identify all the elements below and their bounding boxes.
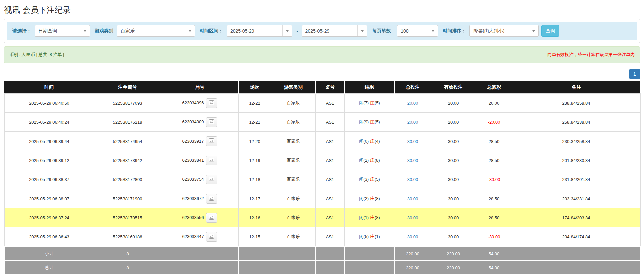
cell-session: 12-16 — [238, 208, 271, 227]
cell-valid-bet: 20.00 — [431, 94, 476, 113]
cell-payout: -20.00 — [476, 113, 512, 132]
cell-result: 闲(7) 庄(5) — [344, 94, 395, 113]
result-banker-score: (1) — [375, 234, 380, 239]
cell-valid-bet: 30.00 — [431, 189, 476, 208]
table-footer: 小计8220.00220.0054.00总计8220.00220.0054.00 — [4, 246, 640, 275]
search-button[interactable]: 查询 — [541, 25, 559, 37]
cell-total-bet: 20.00 — [395, 94, 431, 113]
payout-value: 28.50 — [489, 158, 500, 163]
total-bet-link[interactable]: 30.00 — [407, 215, 418, 220]
round-no-text: 623033917 — [182, 138, 204, 143]
cell-round-no: 623033754 — [161, 170, 238, 189]
payout-value: 28.50 — [489, 215, 500, 220]
result-banker-score: (5) — [375, 119, 380, 124]
chevron-down-icon — [80, 25, 90, 36]
table-row: 2025-05-29 06:40:24522538176218623034009… — [4, 113, 640, 132]
cell-time: 2025-05-29 06:38:07 — [4, 189, 94, 208]
sort-order-select[interactable]: 降幂(由大到小) — [469, 25, 539, 37]
result-banker-score: (4) — [375, 138, 380, 144]
cell-round-no: 623034009 — [161, 113, 238, 132]
cell-session: 12-19 — [238, 151, 271, 170]
photo-icon — [209, 215, 214, 221]
result-player: 闲 — [359, 177, 363, 182]
cell-time: 2025-05-29 06:37:24 — [4, 208, 94, 227]
cell-result: 闲(2) 庄(8) — [344, 189, 395, 208]
tilde-separator: ~ — [296, 29, 298, 34]
video-replay-button[interactable] — [206, 232, 217, 242]
chevron-down-icon — [357, 25, 367, 36]
date-to-value: 2025-05-29 — [302, 28, 333, 34]
cell-note: 203.34/231.84 — [512, 189, 640, 208]
cell-note: 231.84/201.84 — [512, 170, 640, 189]
result-banker: 庄 — [370, 158, 375, 163]
cell-bet-no: 522538174954 — [94, 132, 161, 151]
total-bet-link[interactable]: 30.00 — [407, 177, 418, 182]
result-player: 闲 — [359, 215, 363, 220]
table-row: 2025-05-29 06:39:44522538174954623033917… — [4, 132, 640, 151]
page-1-button[interactable]: 1 — [629, 69, 640, 79]
cell-bet-no: 522538171900 — [94, 189, 161, 208]
payout-value: 28.50 — [489, 196, 500, 201]
header-payout: 总派彩 — [476, 81, 512, 94]
pagination-top: 1 — [4, 69, 640, 78]
cell-result: 闲(1) 庄(8) — [344, 208, 395, 227]
total-bet-link[interactable]: 30.00 — [407, 158, 418, 163]
result-player: 闲 — [359, 196, 363, 201]
game-type-select[interactable]: 百家乐 — [117, 25, 195, 37]
total-bet-link[interactable]: 20.00 — [407, 120, 418, 125]
cell-time: 2025-05-29 06:39:12 — [4, 151, 94, 170]
result-player: 闲 — [359, 100, 363, 105]
result-banker: 庄 — [370, 215, 375, 220]
cell-game-type: 百家乐 — [271, 227, 315, 247]
video-replay-button[interactable] — [206, 117, 217, 127]
cell-valid-bet: 30.00 — [431, 170, 476, 189]
cell-game-type: 百家乐 — [271, 132, 315, 151]
filter-panel: 请选择： 日期查询 游戏类别 百家乐 时间区间： 2025-05-29 ~ 20… — [4, 19, 640, 43]
query-type-select[interactable]: 日期查询 — [35, 25, 90, 37]
cell-valid-bet: 20.00 — [431, 113, 476, 132]
result-banker: 庄 — [370, 119, 375, 124]
total-bet-link[interactable]: 30.00 — [407, 234, 418, 239]
result-player-score: (3) — [363, 177, 369, 182]
game-type-value: 百家乐 — [117, 28, 138, 34]
total-bet-link[interactable]: 20.00 — [407, 101, 418, 106]
total-bet-link[interactable]: 30.00 — [407, 196, 418, 201]
result-banker-score: (8) — [375, 158, 380, 163]
video-replay-button[interactable] — [206, 213, 217, 223]
date-to-select[interactable]: 2025-05-29 — [302, 25, 367, 37]
video-replay-button[interactable] — [206, 194, 217, 204]
video-replay-button[interactable] — [206, 156, 217, 165]
cell-round-no: 623034096 — [161, 94, 238, 113]
header-result: 结果 — [344, 81, 395, 94]
summary-total-bet: 220.00 — [395, 246, 431, 261]
video-replay-button[interactable] — [206, 98, 217, 108]
header-total-bet: 总投注 — [395, 81, 431, 94]
page-size-select[interactable]: 100 — [397, 25, 438, 37]
round-no-text: 623033841 — [182, 157, 204, 162]
cell-time: 2025-05-29 06:39:44 — [4, 132, 94, 151]
cell-note: 201.84/230.34 — [512, 151, 640, 170]
payout-value: -20.00 — [488, 120, 500, 125]
cell-result: 闲(9) 庄(5) — [344, 113, 395, 132]
total-bet-link[interactable]: 30.00 — [407, 139, 418, 144]
table-row: 2025-05-29 06:40:50522538177093623034096… — [4, 94, 640, 113]
result-player-score: (9) — [363, 119, 369, 124]
cell-result: 闲(2) 庄(8) — [344, 151, 395, 170]
table-row: 2025-05-29 06:36:43522538169186623033447… — [4, 227, 640, 247]
table-body: 2025-05-29 06:40:50522538177093623034096… — [4, 94, 640, 247]
date-from-select[interactable]: 2025-05-29 — [227, 25, 292, 37]
result-banker: 庄 — [370, 100, 375, 105]
query-type-label: 请选择： — [12, 28, 31, 34]
photo-icon — [209, 196, 214, 202]
betting-records-table: 时间 注单编号 局号 场次 游戏类别 桌号 结果 总投注 有效投注 总派彩 备注… — [4, 81, 641, 275]
result-player-score: (2) — [363, 196, 369, 201]
cell-payout: -30.00 — [476, 170, 512, 189]
video-replay-button[interactable] — [206, 175, 217, 184]
cell-session: 12-18 — [238, 170, 271, 189]
summary-valid-bet: 220.00 — [431, 246, 476, 261]
video-replay-button[interactable] — [206, 136, 217, 146]
result-player-score: (1) — [363, 215, 369, 220]
cell-payout: 28.50 — [476, 189, 512, 208]
cell-payout: 28.50 — [476, 151, 512, 170]
cell-session: 12-15 — [238, 227, 271, 247]
